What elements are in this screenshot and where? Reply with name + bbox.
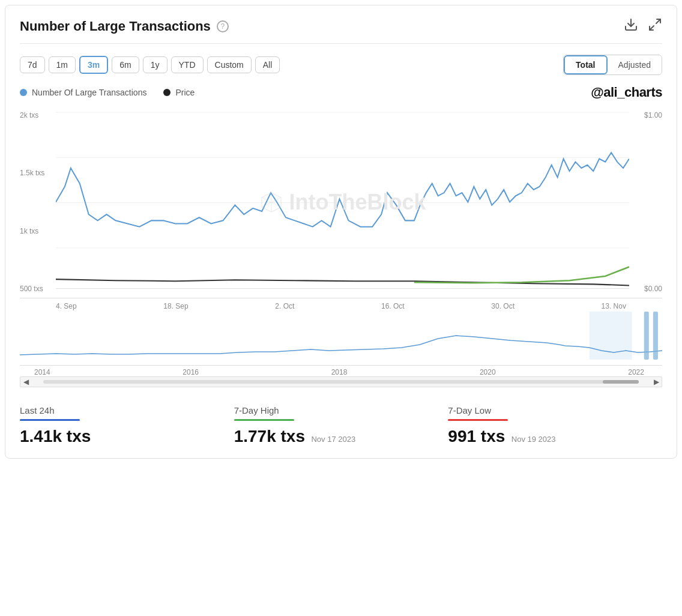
controls-row: 7d 1m 3m 6m 1y YTD Custom All Total Adju… xyxy=(20,55,662,75)
stat-7day-low-date: Nov 19 2023 xyxy=(512,435,556,444)
y-axis-left: 2k txs 1.5k txs 1k txs 500 txs xyxy=(20,106,56,298)
filter-1y[interactable]: 1y xyxy=(143,56,167,73)
stat-7day-low-label: 7-Day Low xyxy=(448,405,650,415)
y-label-2k: 2k txs xyxy=(20,111,56,119)
stat-7day-low-underline xyxy=(448,419,508,421)
x-label-18sep: 18. Sep xyxy=(163,302,188,310)
social-watermark: @ali_charts xyxy=(591,85,662,100)
stat-7day-high-underline xyxy=(234,419,294,421)
mini-x-axis: 2014 2016 2018 2020 2022 xyxy=(20,366,662,376)
time-filter-group: 7d 1m 3m 6m 1y YTD Custom All xyxy=(20,56,280,74)
svg-line-2 xyxy=(650,26,654,30)
stat-7day-low: 7-Day Low 991 txs Nov 19 2023 xyxy=(448,405,662,446)
chart-header: Number of Large Transactions ? xyxy=(20,17,662,44)
filter-7d[interactable]: 7d xyxy=(20,56,45,73)
help-icon[interactable]: ? xyxy=(217,20,229,32)
x-label-4sep: 4. Sep xyxy=(56,302,77,310)
legend-dot-transactions xyxy=(20,89,27,96)
mini-x-2018: 2018 xyxy=(331,368,348,376)
stat-7day-high: 7-Day High 1.77k txs Nov 17 2023 xyxy=(234,405,448,446)
filter-all[interactable]: All xyxy=(255,56,280,73)
svg-line-1 xyxy=(656,19,660,23)
stat-7day-low-number: 991 txs xyxy=(448,427,505,445)
mini-x-2014: 2014 xyxy=(34,368,50,376)
chart-title: Number of Large Transactions xyxy=(20,19,211,34)
download-icon[interactable] xyxy=(624,17,638,35)
stat-last24h-number: 1.41k txs xyxy=(20,427,91,445)
stat-7day-high-label: 7-Day High xyxy=(234,405,436,415)
y-axis-right: $1.00 $0.00 xyxy=(629,106,662,298)
legend-dot-price xyxy=(163,89,170,96)
legend-transactions: Number Of Large Transactions xyxy=(20,88,146,97)
x-label-30oct: 30. Oct xyxy=(491,302,515,310)
y-label-1usd: $1.00 xyxy=(629,111,662,119)
svg-rect-13 xyxy=(644,312,649,360)
toggle-total[interactable]: Total xyxy=(564,55,607,74)
y-label-1-5k: 1.5k txs xyxy=(20,169,56,177)
main-chart-svg xyxy=(56,106,629,298)
stat-last24h: Last 24h 1.41k txs xyxy=(20,405,234,446)
scroll-thumb[interactable] xyxy=(603,380,639,384)
x-label-13nov: 13. Nov xyxy=(602,302,626,310)
main-chart: 2k txs 1.5k txs 1k txs 500 txs $1.00 $0.… xyxy=(20,106,662,298)
chart-wrapper: 2k txs 1.5k txs 1k txs 500 txs $1.00 $0.… xyxy=(20,106,662,387)
stat-last24h-value: 1.41k txs xyxy=(20,427,222,446)
y-label-500: 500 txs xyxy=(20,285,56,293)
scroll-bar[interactable]: ◀ ▶ xyxy=(20,376,662,387)
stat-7day-high-value: 1.77k txs Nov 17 2023 xyxy=(234,427,436,446)
stat-7day-low-value: 991 txs Nov 19 2023 xyxy=(448,427,650,446)
stat-7day-high-number: 1.77k txs xyxy=(234,427,305,445)
legend-label-transactions: Number Of Large Transactions xyxy=(32,88,146,97)
x-label-2oct: 2. Oct xyxy=(275,302,294,310)
scroll-right-arrow[interactable]: ▶ xyxy=(651,378,662,386)
filter-custom[interactable]: Custom xyxy=(207,56,252,73)
filter-3m[interactable]: 3m xyxy=(79,56,108,74)
x-axis: 4. Sep 18. Sep 2. Oct 16. Oct 30. Oct 13… xyxy=(20,298,662,310)
stat-7day-high-date: Nov 17 2023 xyxy=(311,435,355,444)
mini-x-2016: 2016 xyxy=(183,368,199,376)
toggle-adjusted[interactable]: Adjusted xyxy=(608,55,662,74)
filter-ytd[interactable]: YTD xyxy=(171,56,204,73)
x-label-16oct: 16. Oct xyxy=(381,302,405,310)
mini-chart-svg xyxy=(20,312,662,360)
mini-x-2020: 2020 xyxy=(480,368,496,376)
scroll-track[interactable] xyxy=(43,380,639,384)
y-label-1k: 1k txs xyxy=(20,227,56,235)
svg-rect-14 xyxy=(653,312,658,360)
scroll-left-arrow[interactable]: ◀ xyxy=(20,378,31,386)
chart-svg-area: IntoTheBlock xyxy=(56,106,629,298)
view-toggle: Total Adjusted xyxy=(563,55,662,75)
stats-row: Last 24h 1.41k txs 7-Day High 1.77k txs … xyxy=(20,399,662,446)
stat-last24h-label: Last 24h xyxy=(20,405,222,415)
mini-x-2022: 2022 xyxy=(628,368,644,376)
legend-label-price: Price xyxy=(175,88,195,97)
filter-6m[interactable]: 6m xyxy=(112,56,139,73)
legend: Number Of Large Transactions Price @ali_… xyxy=(20,85,662,100)
y-label-0usd: $0.00 xyxy=(629,285,662,293)
filter-1m[interactable]: 1m xyxy=(49,56,76,73)
stat-last24h-underline xyxy=(20,419,80,421)
legend-price: Price xyxy=(163,88,195,97)
expand-icon[interactable] xyxy=(648,17,662,35)
mini-chart xyxy=(20,312,662,366)
